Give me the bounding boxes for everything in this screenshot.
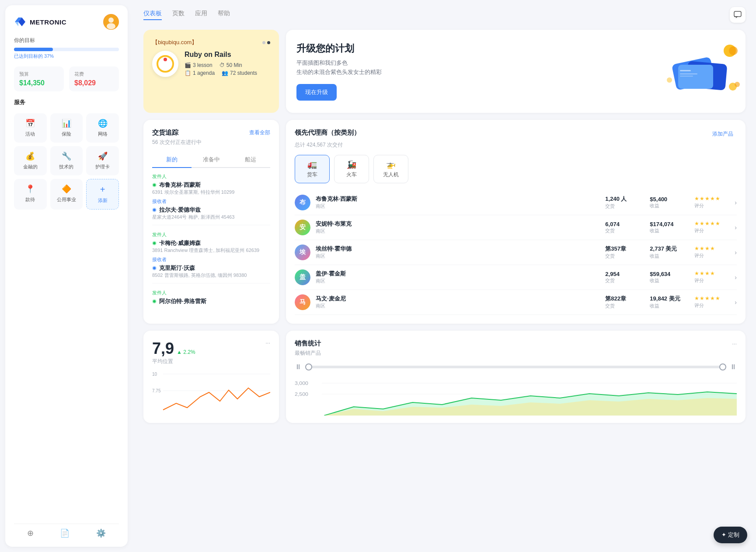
upgrade-button[interactable]: 现在升级 bbox=[296, 84, 337, 101]
agent-arrow-2[interactable]: › bbox=[735, 249, 737, 256]
logo-text: METRONIC bbox=[30, 18, 66, 26]
agent-transactions-4: 第822章 bbox=[605, 295, 645, 303]
sender-addr-2: 3891 Ranchview 理查森博士, 加利福尼亚州 62639 bbox=[152, 247, 270, 254]
slider-handle-left[interactable] bbox=[305, 363, 312, 370]
chat-button[interactable] bbox=[730, 7, 746, 23]
agent-name-3: 盖伊·霍金斯 bbox=[316, 270, 600, 278]
service-item-insurance[interactable]: 📊 保险 bbox=[50, 113, 83, 143]
network-icon: 🌐 bbox=[98, 119, 108, 128]
layers-icon[interactable]: ⊕ bbox=[27, 528, 34, 538]
agent-revenue-1: $174,074 收益 bbox=[650, 221, 689, 234]
agent-row-3: 盖 盖伊·霍金斯 南区 2,954 交货 $59,634 收益 ★★★★ 评分 … bbox=[295, 265, 737, 290]
customize-button[interactable]: ✦ 定制 bbox=[714, 527, 747, 543]
top-nav: 仪表板 页数 应用 帮助 bbox=[133, 0, 756, 26]
service-item-tech[interactable]: 🔧 技术的 bbox=[50, 146, 83, 175]
agent-info-4: 马文·麦金尼 南区 bbox=[316, 295, 600, 309]
avg-value: 7,9 bbox=[152, 339, 174, 358]
agenda-value: 1 agenda bbox=[193, 70, 215, 76]
train-icon: 🚂 bbox=[347, 160, 356, 169]
agent-revenue-4: 19,842 美元 收益 bbox=[650, 295, 689, 309]
nav-apps[interactable]: 应用 bbox=[195, 10, 207, 20]
sender-dot-2 bbox=[152, 241, 157, 245]
tab-new[interactable]: 新的 bbox=[152, 152, 192, 168]
agent-arrow-1[interactable]: › bbox=[735, 224, 737, 231]
agent-rating-label-4: 评分 bbox=[694, 302, 729, 309]
tab-shipping[interactable]: 船运 bbox=[231, 152, 270, 167]
slider-handle-right[interactable] bbox=[719, 363, 726, 370]
svg-point-11 bbox=[729, 46, 738, 55]
tracking-view-all[interactable]: 查看全部 bbox=[249, 129, 270, 136]
nav-dashboard[interactable]: 仪表板 bbox=[143, 10, 162, 20]
agents-total: 总计 424,567 次交付 bbox=[295, 141, 737, 149]
agent-list: 布 布鲁克林·西蒙斯 南区 1,240 人 交货 $5,400 收益 ★★★★★… bbox=[295, 190, 737, 315]
service-item-care[interactable]: 🚀 护理卡 bbox=[86, 146, 119, 175]
agent-stars-3: ★★★★ bbox=[694, 270, 729, 276]
course-lessons: 🎬 3 lesson bbox=[185, 62, 213, 68]
service-item-activity[interactable]: 📅 活动 bbox=[14, 113, 47, 143]
sales-dots-menu[interactable]: ··· bbox=[732, 340, 737, 347]
sender-name-2: 卡梅伦·威廉姆森 bbox=[152, 239, 270, 247]
avg-change: ▲ 2.2% bbox=[177, 349, 195, 355]
agent-rating-label-3: 评分 bbox=[694, 277, 729, 284]
course-meta: 🎬 3 lesson ⏱ 50 Min 📋 bbox=[185, 62, 257, 76]
chat-icon bbox=[734, 11, 742, 19]
insurance-icon: 📊 bbox=[62, 119, 71, 128]
receiver-name-1: 拉尔夫·爱德华兹 bbox=[152, 206, 270, 214]
agent-arrow-3[interactable]: › bbox=[735, 274, 737, 281]
main-area: 仪表板 页数 应用 帮助 【biqubiqu.com】 bbox=[133, 0, 756, 552]
slider-track[interactable] bbox=[305, 366, 726, 368]
upgrade-illustration bbox=[665, 43, 744, 100]
course-thumbnail bbox=[152, 51, 178, 77]
progress-bar-fill bbox=[14, 48, 53, 51]
service-item-add[interactable]: + 添新 bbox=[86, 179, 119, 210]
avg-position-card: 7,9 ▲ 2.2% 平均位置 ··· 10 7.75 bbox=[143, 331, 279, 423]
settings-icon[interactable]: ⚙️ bbox=[96, 528, 106, 538]
cat-tab-drone[interactable]: 🚁 无人机 bbox=[373, 155, 408, 183]
agent-trans-label-0: 交货 bbox=[605, 203, 645, 210]
agent-name-2: 埃丝特·霍华德 bbox=[316, 245, 600, 253]
service-item-hospitality[interactable]: 📍 款待 bbox=[14, 179, 47, 210]
cat-tab-truck[interactable]: 🚛 货车 bbox=[295, 155, 330, 183]
course-meta-row-1: 🎬 3 lesson ⏱ 50 Min bbox=[185, 62, 257, 68]
cat-tab-train[interactable]: 🚂 火车 bbox=[334, 155, 369, 183]
add-icon: + bbox=[100, 185, 105, 195]
course-meta-row-2: 📋 1 agenda 👥 72 students bbox=[185, 70, 257, 76]
duration-icon: ⏱ bbox=[219, 62, 225, 68]
course-agenda: 📋 1 agenda bbox=[185, 70, 215, 76]
svg-rect-16 bbox=[680, 73, 697, 74]
nav-pages[interactable]: 页数 bbox=[172, 10, 185, 20]
sales-subtitle: 最畅销产品 bbox=[295, 349, 737, 357]
sender-dot-1 bbox=[152, 183, 157, 187]
course-title: Ruby on Rails bbox=[185, 51, 257, 59]
agent-transactions-2: 第357章 bbox=[605, 245, 645, 253]
add-product-button[interactable]: 添加产品 bbox=[709, 129, 737, 140]
tab-preparing[interactable]: 准备中 bbox=[192, 152, 231, 167]
course-thumb-dot bbox=[164, 58, 167, 61]
service-item-finance[interactable]: 💰 金融的 bbox=[14, 146, 47, 175]
service-item-utilities[interactable]: 🔶 公用事业 bbox=[50, 179, 83, 210]
agent-trans-label-3: 交货 bbox=[605, 277, 645, 284]
sales-chart-svg: 3,000 2,500 bbox=[295, 376, 737, 416]
service-item-network[interactable]: 🌐 网络 bbox=[86, 113, 119, 143]
avg-dots-menu[interactable]: ··· bbox=[265, 339, 270, 346]
agent-arrow-0[interactable]: › bbox=[735, 199, 737, 206]
agent-arrow-4[interactable]: › bbox=[735, 299, 737, 306]
agent-name-4: 马文·麦金尼 bbox=[316, 295, 600, 303]
sales-chart-area: 3,000 2,500 bbox=[295, 376, 737, 411]
sender-label-3: 发件人 bbox=[152, 290, 270, 296]
students-value: 72 students bbox=[230, 70, 257, 76]
receiver-addr-1: 星家大道2464号 梅萨, 新泽西州 45463 bbox=[152, 214, 270, 220]
avatar[interactable] bbox=[103, 14, 119, 30]
course-duration: ⏱ 50 Min bbox=[219, 62, 242, 68]
nav-help[interactable]: 帮助 bbox=[218, 10, 230, 20]
goal-label: 你的目标 bbox=[14, 37, 119, 44]
receiver-label-2: 接收者 bbox=[152, 256, 270, 263]
students-icon: 👥 bbox=[222, 70, 228, 76]
upgrade-desc-1: 平面插图和我们多色 bbox=[296, 59, 382, 68]
course-dots bbox=[262, 41, 270, 44]
agent-trans-label-1: 交货 bbox=[605, 227, 645, 234]
service-name-care: 护理卡 bbox=[95, 164, 110, 170]
agent-rating-3: ★★★★ 评分 bbox=[694, 270, 729, 284]
sales-title: 销售统计 bbox=[295, 339, 321, 348]
file-icon[interactable]: 📄 bbox=[60, 528, 70, 538]
